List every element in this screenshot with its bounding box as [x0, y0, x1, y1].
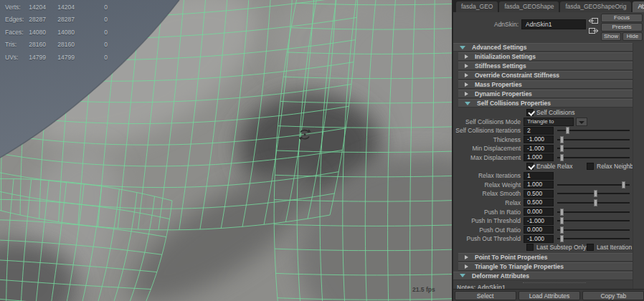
slider-handle[interactable] — [560, 217, 564, 224]
slider[interactable] — [557, 145, 630, 152]
attribute-label: Push In Ratio — [453, 209, 521, 216]
value-field[interactable]: 1 — [524, 172, 554, 180]
value-field[interactable]: 0.000 — [524, 208, 554, 216]
slider[interactable] — [557, 154, 630, 161]
checkbox-label: Self Collisions — [536, 109, 574, 116]
notes-row: Notes: AdnSkin1 — [453, 281, 644, 289]
attribute-row: Self Collisions Iterations2 — [453, 126, 633, 135]
viewport-3d[interactable]: Verts:14204142040Edges:28287282870Faces:… — [0, 0, 452, 301]
value-field[interactable]: 0.500 — [524, 190, 554, 198]
section-header[interactable]: Initialization Settings — [458, 52, 633, 61]
value-field[interactable]: 0.500 — [524, 199, 554, 206]
checkbox-item[interactable]: Self Collisions — [526, 109, 574, 116]
slider-handle[interactable] — [560, 154, 564, 161]
value-field[interactable]: -1.000 — [524, 145, 554, 153]
section-header[interactable]: Mass Properties — [458, 80, 633, 89]
dropdown-value[interactable]: Triangle to Triangle — [524, 118, 574, 126]
section-header[interactable]: Self Collisions Properties — [458, 99, 633, 108]
slider[interactable] — [557, 199, 630, 206]
notes-divider — [523, 282, 586, 283]
attribute-label: Min Displacement — [453, 145, 521, 152]
slider[interactable] — [557, 217, 630, 224]
hud-stat-row: Edges:28287282870 — [0, 14, 122, 27]
select-button[interactable]: Select — [455, 291, 516, 300]
slider-handle[interactable] — [560, 226, 564, 234]
attribute-label: Relax Weight — [453, 181, 521, 188]
section-label: Initialization Settings — [475, 53, 536, 60]
tab-fasda_GEOShapeOrig[interactable]: fasda_GEOShapeOrig — [560, 1, 631, 12]
slider-handle[interactable] — [560, 235, 564, 242]
slider[interactable] — [557, 127, 630, 134]
slider-handle[interactable] — [560, 145, 564, 152]
focus-button[interactable]: Focus — [601, 14, 643, 22]
checkbox-unchecked-icon[interactable] — [587, 244, 594, 251]
checkbox-unchecked-icon[interactable] — [587, 163, 594, 170]
hud-stat-c: 0 — [73, 4, 108, 11]
maya-window: Verts:14204142040Edges:28287282870Faces:… — [0, 0, 644, 301]
presets-button[interactable]: Presets — [601, 23, 643, 32]
section-label: Dynamic Properties — [475, 90, 532, 97]
value-field[interactable]: 2 — [524, 127, 554, 135]
attribute-list: Advanced SettingsInitialization Settings… — [453, 43, 633, 281]
value-field[interactable]: 1.000 — [524, 181, 554, 188]
load-attributes-button[interactable]: Load Attributes — [518, 291, 580, 300]
slider-handle[interactable] — [622, 181, 625, 188]
slider[interactable] — [557, 136, 630, 143]
value-field[interactable]: 1.000 — [524, 153, 554, 161]
slider[interactable] — [557, 226, 630, 234]
attribute-label: Push In Threshold — [453, 217, 521, 224]
chevron-collapsed-icon — [465, 255, 468, 259]
attribute-label: Thickness — [453, 136, 521, 143]
checkbox-checked-icon[interactable] — [526, 163, 534, 170]
checkbox-unchecked-icon[interactable] — [526, 244, 534, 251]
checkbox-checked-icon[interactable] — [526, 109, 534, 116]
chevron-expanded-icon — [465, 102, 470, 105]
attribute-row: Thickness-1.000 — [453, 135, 633, 145]
slider-handle[interactable] — [594, 199, 597, 206]
section-label: Advanced Settings — [472, 44, 527, 51]
value-field[interactable]: -1.000 — [524, 235, 554, 243]
slider-handle[interactable] — [560, 209, 564, 216]
section-header[interactable]: Advanced Settings — [453, 43, 633, 52]
attribute-label: Push Out Ratio — [453, 226, 521, 234]
tab-fasda_GEO[interactable]: fasda_GEO — [456, 1, 498, 12]
dropdown-arrow-icon — [579, 121, 584, 124]
slider[interactable] — [557, 190, 630, 197]
tab-fasda_GEOShape[interactable]: fasda_GEOShape — [499, 1, 559, 12]
hud-stat-row: Verts:14204142040 — [0, 2, 122, 14]
panel-scrollbar-gutter[interactable] — [633, 43, 644, 289]
slider[interactable] — [557, 181, 630, 188]
checkbox-item[interactable]: Last Substep Only — [526, 244, 586, 251]
slider-handle[interactable] — [560, 136, 564, 143]
attribute-label: Max Displacement — [453, 154, 521, 161]
attribute-row: Push In Threshold-1.000 — [453, 216, 633, 226]
dropdown-button[interactable] — [576, 118, 587, 126]
tab-scroll-arrow-icon[interactable] — [640, 4, 643, 9]
value-field[interactable]: -1.000 — [524, 217, 554, 225]
slider-handle[interactable] — [594, 190, 597, 197]
section-header[interactable]: Dynamic Properties — [458, 90, 633, 98]
section-label: Triangle To Triangle Properties — [475, 263, 564, 270]
node-name-field[interactable]: AdnSkin1 — [521, 19, 586, 29]
show-button[interactable]: Show — [601, 32, 621, 41]
copy-tab-button[interactable]: Copy Tab — [582, 291, 644, 300]
value-field[interactable]: -1.000 — [524, 135, 554, 143]
hide-button[interactable]: Hide — [622, 32, 643, 41]
section-label: Override Constraint Stiffness — [475, 72, 559, 79]
checkbox-item[interactable]: Enable Relax — [526, 163, 573, 170]
section-header[interactable]: Triangle To Triangle Properties — [458, 262, 633, 271]
list-output-connections-icon[interactable] — [588, 27, 599, 35]
section-header[interactable]: Override Constraint Stiffness — [458, 71, 633, 80]
hud-stat-c: 0 — [73, 29, 108, 36]
value-field[interactable]: 0.000 — [524, 226, 554, 234]
slider[interactable] — [557, 209, 630, 216]
section-header[interactable]: Stiffness Settings — [458, 62, 633, 70]
hud-stat-b: 14080 — [43, 29, 75, 36]
slider[interactable] — [557, 235, 630, 242]
hud-stat-b: 28160 — [43, 41, 75, 48]
section-header[interactable]: Point To Point Properties — [458, 253, 633, 262]
slider-handle[interactable] — [566, 127, 569, 134]
hud-stat-a: 14799 — [13, 54, 46, 61]
section-header[interactable]: Deformer Attributes — [453, 272, 633, 280]
list-input-connections-icon[interactable] — [588, 16, 599, 25]
